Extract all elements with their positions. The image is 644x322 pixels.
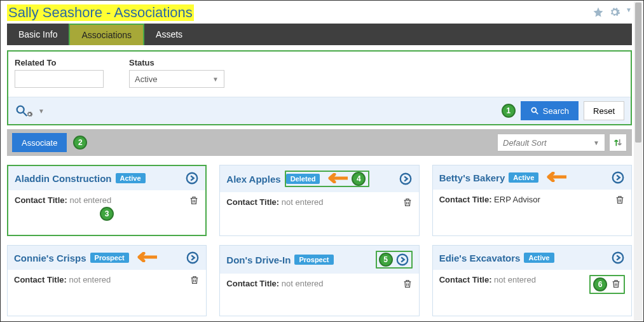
chevron-down-icon[interactable]: ▼ [626, 6, 632, 20]
contact-title-value: not entered [282, 197, 324, 207]
svg-point-5 [400, 174, 411, 185]
status-badge: Prospect [90, 253, 129, 263]
open-icon[interactable] [186, 251, 200, 265]
trash-icon[interactable] [611, 279, 621, 291]
contact-title-value: not entered [282, 279, 324, 288]
reset-button-label: Reset [593, 106, 615, 116]
open-icon[interactable] [399, 172, 413, 186]
arrow-left-icon [542, 172, 566, 184]
contact-title-label: Contact Title: [439, 195, 492, 204]
scrollbar[interactable] [634, 1, 643, 321]
trash-icon[interactable] [402, 197, 413, 209]
contact-title-label: Contact Title: [439, 275, 492, 284]
status-select[interactable]: Active ▼ [129, 70, 224, 88]
trash-icon[interactable] [402, 279, 413, 291]
open-icon[interactable] [395, 253, 409, 267]
svg-point-0 [17, 106, 24, 113]
chevron-down-icon[interactable]: ▼ [38, 108, 45, 115]
contact-title-value: ERP Advisor [494, 195, 540, 204]
callout-5: 5 [379, 253, 393, 267]
status-badge: Active [116, 173, 146, 183]
contact-title-value: not entered [69, 195, 111, 205]
status-badge: Active [524, 253, 554, 263]
svg-point-4 [187, 173, 198, 184]
card-name[interactable]: Alex Apples [226, 174, 280, 185]
tab-assets[interactable]: Assets [144, 24, 194, 45]
search-settings-icon[interactable] [15, 104, 33, 118]
status-badge: Prospect [294, 255, 333, 265]
open-icon[interactable] [611, 171, 625, 185]
svg-line-3 [536, 112, 538, 115]
status-badge: Deleted [286, 174, 320, 184]
contact-title-label: Contact Title: [226, 279, 279, 288]
svg-point-8 [397, 255, 408, 265]
status-badge: Active [509, 172, 538, 183]
svg-point-9 [613, 253, 624, 263]
scrollbar-thumb[interactable] [635, 3, 641, 143]
callout-4: 4 [352, 172, 366, 186]
related-to-input[interactable] [15, 70, 104, 88]
callout-1: 1 [502, 104, 516, 118]
chevron-down-icon: ▼ [593, 139, 599, 146]
callout-3: 3 [100, 207, 114, 221]
search-button-label: Search [543, 106, 569, 116]
chevron-down-icon: ▼ [212, 76, 219, 83]
contact-title-label: Contact Title: [15, 195, 67, 205]
open-icon[interactable] [185, 171, 199, 185]
callout-2: 2 [73, 136, 87, 150]
filter-panel: Related To Status Active ▼ ▼ 1 [7, 50, 632, 125]
arrow-left-icon [133, 252, 157, 264]
card-name[interactable]: Aladdin Construction [15, 173, 112, 184]
association-card: Alex Apples Deleted 4 Contact Title: not… [219, 165, 419, 236]
related-to-label: Related To [15, 58, 104, 67]
open-icon[interactable] [611, 251, 625, 265]
contact-title-label: Contact Title: [226, 197, 279, 207]
association-card: Aladdin Construction Active Contact Titl… [7, 165, 207, 236]
card-name[interactable]: Connie's Crisps [14, 253, 86, 263]
callout-6: 6 [593, 277, 607, 291]
sort-direction-button[interactable] [609, 134, 627, 151]
card-name[interactable]: Don's Drive-In [226, 255, 291, 265]
gear-icon[interactable] [609, 6, 620, 20]
contact-title-label: Contact Title: [14, 275, 67, 284]
sort-select[interactable]: Default Sort ▼ [497, 134, 605, 151]
card-name[interactable]: Betty's Bakery [439, 172, 505, 183]
contact-title-value: not entered [494, 275, 536, 284]
card-name[interactable]: Edie's Excavators [439, 253, 521, 263]
page-title: Sally Seashore - Associations [8, 4, 193, 20]
search-button[interactable]: Search [521, 101, 579, 120]
contact-title-value: not entered [69, 275, 111, 284]
tab-associations[interactable]: Associations [69, 24, 144, 45]
association-card: Don's Drive-In Prospect 5 Contact Title:… [219, 245, 419, 316]
status-select-value: Active [135, 74, 157, 84]
association-card: Connie's Crisps Prospect Contact Title: … [7, 245, 207, 316]
toolbar: Associate 2 Default Sort ▼ [7, 129, 632, 156]
tab-bar: Basic Info Associations Assets [7, 24, 632, 45]
arrow-left-icon [324, 173, 348, 185]
association-card: Edie's Excavators Active Contact Title: … [432, 245, 632, 316]
trash-icon[interactable] [189, 195, 199, 207]
trash-icon[interactable] [189, 275, 200, 287]
reset-button[interactable]: Reset [584, 101, 624, 120]
svg-point-6 [613, 172, 624, 183]
svg-point-2 [531, 108, 536, 112]
association-card: Betty's Bakery Active Contact Title: ERP… [432, 165, 632, 236]
status-label: Status [129, 58, 224, 67]
tab-basic-info[interactable]: Basic Info [7, 24, 69, 45]
svg-point-7 [188, 253, 198, 263]
star-icon[interactable] [593, 6, 604, 20]
trash-icon[interactable] [615, 195, 625, 207]
associate-button[interactable]: Associate [12, 133, 67, 152]
